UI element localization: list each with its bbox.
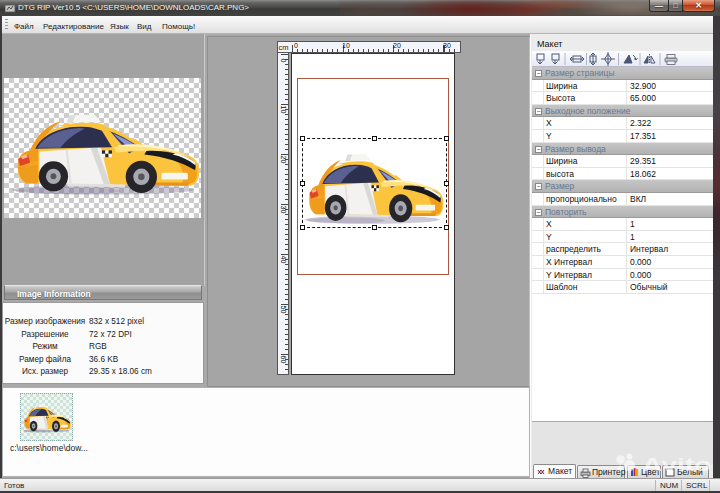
svg-text:Avito: Avito (642, 454, 711, 475)
